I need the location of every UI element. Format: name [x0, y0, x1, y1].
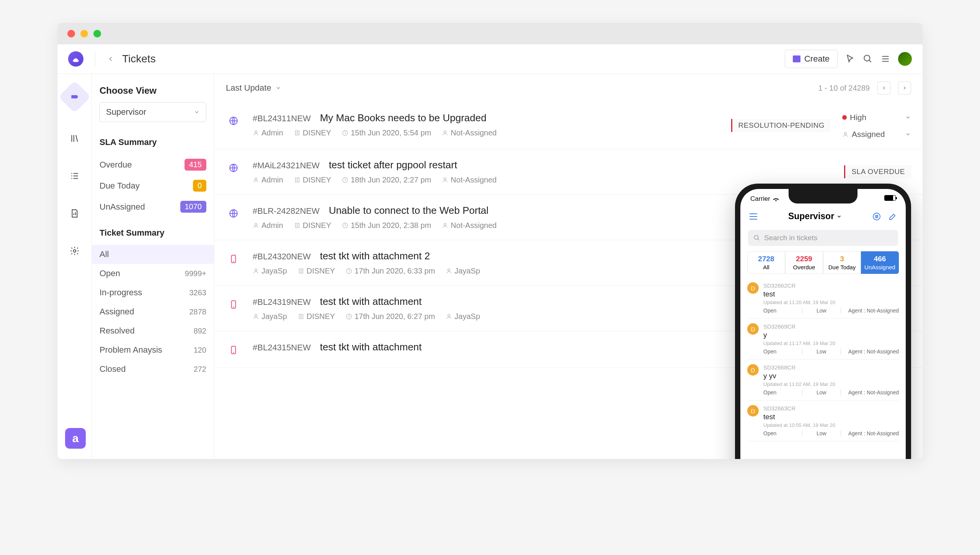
maximize-window-button[interactable]: [93, 30, 101, 37]
phone-title[interactable]: Supervisor: [788, 211, 842, 221]
svg-point-17: [444, 223, 446, 226]
next-page-button[interactable]: [898, 81, 911, 94]
sla-row[interactable]: UnAssigned 1070: [100, 196, 206, 217]
summary-row[interactable]: Closed 272: [100, 360, 206, 379]
ticket-owner: JayaSp: [253, 312, 287, 321]
view-select[interactable]: Supervisor: [100, 102, 206, 122]
phone-tab-count: 2259: [787, 255, 821, 263]
phone-card-title: test: [763, 290, 899, 298]
minimize-window-button[interactable]: [80, 30, 88, 37]
nav-reports[interactable]: [67, 206, 82, 221]
ticket-title: test tkt with attachment: [320, 296, 422, 308]
iconbar: a: [57, 74, 92, 459]
create-button[interactable]: Create: [785, 50, 838, 68]
phone-card-title: y: [763, 331, 899, 339]
ticket-org: DISNEY: [298, 267, 335, 275]
phone-menu-icon[interactable]: [749, 213, 758, 220]
sort-dropdown[interactable]: Last Update: [226, 83, 281, 93]
app-logo[interactable]: [68, 51, 83, 67]
phone-card[interactable]: D SD32662CR test Updated at 11:20 AM, 19…: [747, 278, 899, 319]
phone-tab[interactable]: 2728All: [747, 251, 785, 274]
summary-label: Resolved: [100, 326, 135, 336]
phone-tab-count: 2728: [749, 255, 783, 263]
back-icon[interactable]: [107, 55, 114, 63]
app-window: Tickets Create a: [57, 23, 923, 459]
globe-icon: [226, 205, 241, 218]
nav-library[interactable]: [67, 131, 82, 146]
phone-search[interactable]: Search in tickets: [748, 230, 898, 246]
svg-point-14: [255, 223, 257, 226]
priority-dropdown[interactable]: High: [842, 113, 911, 122]
summary-count: 9999+: [185, 269, 206, 278]
phone-card-status: Open: [763, 348, 802, 355]
summary-label: Closed: [100, 364, 126, 374]
svg-point-24: [255, 314, 257, 317]
nav-settings[interactable]: [67, 244, 82, 258]
assign-dropdown[interactable]: Assigned: [842, 130, 911, 139]
phone-card-title: test: [763, 413, 899, 421]
summary-row[interactable]: In-progress 3263: [100, 283, 206, 302]
nav-list[interactable]: [67, 169, 82, 183]
menu-icon[interactable]: [880, 54, 890, 64]
ticket-owner: Admin: [253, 176, 283, 184]
phone-card-date: Updated at 11:20 AM, 19 Mar 20: [763, 299, 899, 305]
ticket-owner: JayaSp: [253, 267, 287, 275]
svg-point-19: [255, 269, 257, 271]
prev-page-button[interactable]: [877, 81, 890, 94]
phone-icon: [226, 250, 241, 264]
summary-count: 3263: [189, 288, 207, 297]
phone-filter-icon[interactable]: [872, 212, 881, 221]
chevron-down-icon: [194, 109, 200, 115]
phone-card[interactable]: D SD32668CR y yv Updated at 11:02 AM, 19…: [747, 360, 899, 400]
ticket-right: High Assigned: [842, 112, 911, 139]
content-header: Last Update 1 - 10 of 24289: [214, 74, 923, 102]
phone-card[interactable]: D SD32663CR test Updated at 10:55 AM, 19…: [747, 400, 899, 441]
ticket-org: DISNEY: [294, 221, 331, 230]
sla-label: Overdue: [100, 160, 132, 170]
ticket-id: #BL24311NEW: [253, 114, 311, 124]
phone-tab[interactable]: 466UnAssigned: [861, 251, 899, 274]
cursor-icon[interactable]: [845, 54, 855, 64]
phone-tab[interactable]: 3Due Today: [823, 251, 861, 274]
phone-tab-label: All: [749, 264, 783, 270]
ticket-body: #MAiL24321NEW test ticket after pgpool r…: [253, 159, 833, 184]
ticket-title: My Mac Books needs to be Upgraded: [320, 112, 487, 124]
nav-tickets[interactable]: [58, 81, 91, 113]
sla-header: SLA Summary: [100, 137, 206, 147]
ticket-status: SLA OVERDUE: [844, 165, 911, 178]
phone-tab[interactable]: 2259Overdue: [785, 251, 823, 274]
phone-card-date: Updated at 10:55 AM, 19 Mar 20: [763, 422, 899, 428]
avatar[interactable]: [898, 52, 912, 66]
close-window-button[interactable]: [67, 30, 75, 37]
ticket-title: test tkt with attachment 2: [320, 250, 430, 262]
ticket-id: #BL24315NEW: [253, 343, 311, 353]
ticket-org: DISNEY: [298, 312, 335, 321]
phone-icon: [226, 296, 241, 309]
phone-search-placeholder: Search in tickets: [764, 234, 817, 242]
svg-point-7: [844, 132, 847, 134]
summary-row[interactable]: Problem Anaysis 120: [100, 340, 206, 360]
app-badge[interactable]: a: [65, 428, 86, 449]
phone-compose-icon[interactable]: [888, 212, 897, 221]
svg-point-6: [444, 131, 446, 133]
summary-row[interactable]: Resolved 892: [100, 321, 206, 340]
phone-card[interactable]: D SD32669CR y Updated at 11:17 AM, 19 Ma…: [747, 319, 899, 360]
phone-card-status: Open: [763, 430, 802, 436]
svg-point-12: [444, 178, 446, 180]
summary-row[interactable]: Assigned 2878: [100, 302, 206, 321]
phone-card-priority: Low: [802, 389, 841, 395]
summary-row[interactable]: All: [92, 245, 214, 264]
phone-card-agent: Agent : Not-Assigned: [841, 348, 899, 355]
chevron-down-icon: [275, 85, 281, 91]
ticket-date: 15th Jun 2020, 2:38 pm: [342, 221, 431, 230]
pagination-text: 1 - 10 of 24289: [818, 84, 870, 93]
ticket-id: #BL24319NEW: [253, 297, 311, 307]
phone-notch: [789, 189, 858, 203]
sla-row[interactable]: Overdue 415: [100, 154, 206, 175]
ticket-row[interactable]: #BL24311NEW My Mac Books needs to be Upg…: [214, 102, 923, 149]
battery-icon: [884, 195, 896, 201]
svg-point-22: [448, 269, 450, 271]
sla-row[interactable]: Due Today 0: [100, 175, 206, 196]
search-icon[interactable]: [863, 54, 873, 64]
summary-row[interactable]: Open 9999+: [100, 264, 206, 283]
